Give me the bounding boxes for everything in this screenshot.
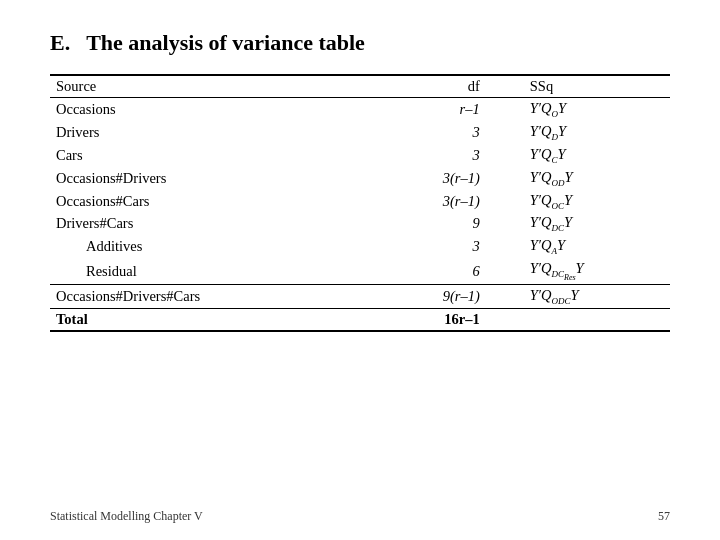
col-df: df (363, 75, 510, 98)
cell-ss: Y′QOY (510, 98, 670, 121)
footer-left: Statistical Modelling Chapter V (50, 509, 203, 524)
section-label: E. (50, 30, 70, 56)
table-row: Occasions#Drivers#Cars9(r–1)Y′QODCY (50, 284, 670, 308)
cell-source: Residual (50, 258, 363, 284)
cell-df: 9 (363, 212, 510, 235)
col-ss: SSq (510, 75, 670, 98)
cell-source: Drivers#Cars (50, 212, 363, 235)
col-source: Source (50, 75, 363, 98)
table-row: Additives3Y′QAY (50, 235, 670, 258)
cell-ss: Y′QOCY (510, 190, 670, 213)
cell-ss: Y′QAY (510, 235, 670, 258)
cell-ss: Y′QDCY (510, 212, 670, 235)
cell-df: 9(r–1) (363, 284, 510, 308)
table-row: Drivers#Cars9Y′QDCY (50, 212, 670, 235)
cell-df: 3 (363, 144, 510, 167)
page: E. The analysis of variance table Source… (0, 0, 720, 352)
cell-ss: Y′QODCY (510, 284, 670, 308)
cell-df: 3(r–1) (363, 190, 510, 213)
cell-ss: Y′QDY (510, 121, 670, 144)
table-header-row: Source df SSq (50, 75, 670, 98)
table-row: Occasions#Cars3(r–1)Y′QOCY (50, 190, 670, 213)
cell-source: Occasions#Cars (50, 190, 363, 213)
cell-ss: Y′QODY (510, 167, 670, 190)
cell-df: 3 (363, 121, 510, 144)
cell-source: Additives (50, 235, 363, 258)
footer: Statistical Modelling Chapter V 57 (50, 509, 670, 524)
table-row: Cars3Y′QCY (50, 144, 670, 167)
table-row: Occasions#Drivers3(r–1)Y′QODY (50, 167, 670, 190)
cell-source: Occasions (50, 98, 363, 121)
cell-df: 16r–1 (363, 308, 510, 331)
table-row: Occasionsr–1Y′QOY (50, 98, 670, 121)
cell-source: Occasions#Drivers#Cars (50, 284, 363, 308)
cell-df: 3(r–1) (363, 167, 510, 190)
cell-source: Occasions#Drivers (50, 167, 363, 190)
section-title: E. The analysis of variance table (50, 30, 670, 56)
cell-df: r–1 (363, 98, 510, 121)
table-row: Residual6Y′QDCResY (50, 258, 670, 284)
cell-df: 6 (363, 258, 510, 284)
cell-source: Drivers (50, 121, 363, 144)
cell-ss: Y′QDCResY (510, 258, 670, 284)
anova-table: Source df SSq Occasionsr–1Y′QOYDrivers3Y… (50, 74, 670, 332)
cell-ss (510, 308, 670, 331)
cell-source: Total (50, 308, 363, 331)
cell-ss: Y′QCY (510, 144, 670, 167)
cell-df: 3 (363, 235, 510, 258)
section-text: The analysis of variance table (86, 30, 365, 56)
footer-right: 57 (658, 509, 670, 524)
cell-source: Cars (50, 144, 363, 167)
table-row: Total16r–1 (50, 308, 670, 331)
table-row: Drivers3Y′QDY (50, 121, 670, 144)
